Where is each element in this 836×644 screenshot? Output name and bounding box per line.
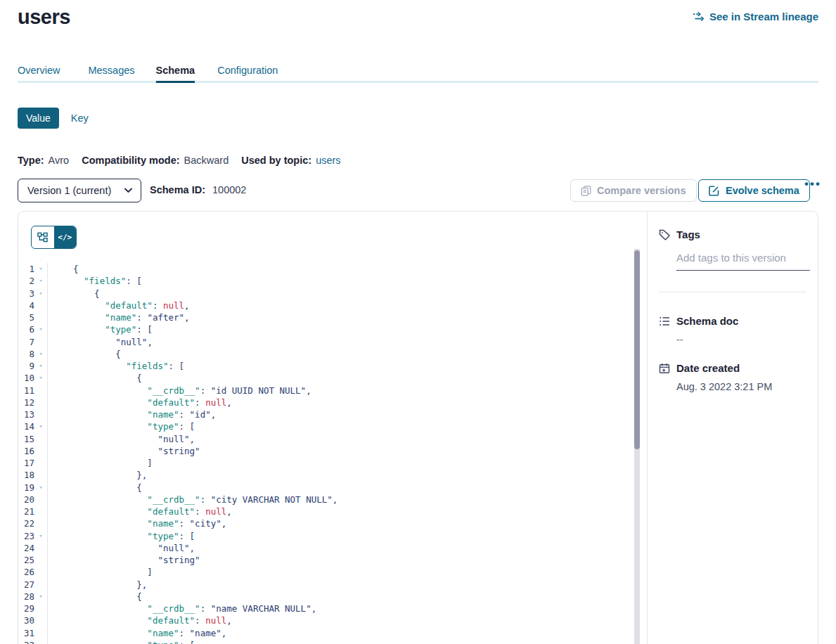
tree-view-button[interactable]	[32, 226, 54, 248]
more-options-button[interactable]: •••	[804, 177, 821, 191]
code-line: 16 "string"	[18, 445, 634, 457]
value-toggle-button[interactable]: Value	[18, 108, 59, 129]
line-number: 25	[18, 554, 34, 566]
fold-spacer	[34, 311, 47, 323]
code-view-button[interactable]: </>	[54, 226, 77, 248]
code-line-content: {	[48, 263, 79, 275]
schema-doc-title: Schema doc	[676, 315, 738, 327]
tab-label: Schema	[156, 65, 195, 76]
fold-toggle-icon[interactable]: ▾	[34, 263, 47, 275]
stream-lineage-link[interactable]: See in Stream lineage	[693, 11, 818, 22]
fold-toggle-icon[interactable]: ▾	[34, 275, 47, 287]
view-toggle: </>	[31, 226, 77, 249]
code-line: 29 "__crdb__": "name VARCHAR NULL",	[18, 603, 634, 614]
fold-toggle-icon[interactable]: ▾	[34, 639, 47, 644]
line-number: 10	[18, 372, 34, 384]
code-line: 18 },	[18, 469, 634, 481]
code-line-content: "type": [	[48, 323, 153, 335]
line-number: 6	[18, 323, 34, 335]
tag-icon	[659, 229, 670, 240]
schema-id-value: 100002	[212, 184, 246, 195]
code-line-content: {	[48, 372, 142, 384]
tab-label: Configuration	[217, 65, 278, 76]
code-line-content: "name": "city",	[48, 517, 226, 529]
compare-versions-label: Compare versions	[597, 185, 686, 196]
tab-schema[interactable]: Schema	[156, 65, 195, 83]
line-number: 20	[18, 494, 34, 505]
date-created-value: Aug. 3 2022 3:21 PM	[676, 381, 806, 392]
fold-toggle-icon[interactable]: ▾	[34, 530, 47, 542]
line-number: 1	[18, 263, 34, 275]
editor-scrollbar[interactable]	[634, 249, 640, 644]
code-line: 25 "string"	[18, 554, 634, 566]
fold-toggle-icon[interactable]: ▾	[34, 288, 47, 300]
used-by-topic-label: Used by topic:	[241, 155, 311, 166]
code-line-content: "type": [	[48, 530, 195, 542]
line-number: 23	[18, 530, 34, 542]
code-line-content: "default": null,	[48, 614, 232, 626]
code-editor[interactable]: 1▾{2▾ "fields": [3▾ {4 "default": null,5…	[18, 263, 634, 644]
tabs-underline-track	[18, 81, 818, 83]
code-line: 17 ]	[18, 457, 634, 469]
fold-spacer	[34, 566, 47, 578]
line-number: 17	[18, 457, 34, 469]
fold-toggle-icon[interactable]: ▾	[34, 323, 47, 335]
line-number: 21	[18, 505, 34, 517]
code-line: 28▾ {	[18, 591, 634, 603]
code-line: 23▾ "type": [	[18, 530, 634, 542]
date-created-title: Date created	[676, 362, 740, 374]
version-select[interactable]: Version 1 (current)	[18, 179, 141, 202]
fold-toggle-icon[interactable]: ▾	[34, 372, 47, 384]
code-line-content: "name": "name",	[48, 627, 226, 639]
fold-spacer	[34, 300, 47, 311]
key-toggle-button[interactable]: Key	[71, 112, 89, 124]
fold-toggle-icon[interactable]: ▾	[34, 348, 47, 360]
line-number: 31	[18, 627, 34, 639]
topic-link[interactable]: users	[316, 155, 340, 166]
fold-spacer	[34, 408, 47, 420]
line-number: 13	[18, 408, 34, 420]
compare-versions-button[interactable]: Compare versions	[570, 179, 697, 202]
code-line-content: ]	[48, 457, 153, 469]
schema-meta-row: Type: Avro Compatibility mode: Backward …	[18, 155, 341, 166]
code-line: 9▾ "fields": [	[18, 360, 634, 372]
code-line-content: "type": [	[48, 420, 195, 432]
sidebar-divider	[659, 292, 806, 292]
fold-toggle-icon[interactable]: ▾	[34, 482, 47, 494]
line-number: 18	[18, 469, 34, 481]
editor-scrollbar-thumb[interactable]	[634, 250, 640, 449]
code-line-content: "name": "id",	[48, 408, 216, 420]
line-number: 2	[18, 275, 34, 287]
code-line: 19▾ {	[18, 482, 634, 494]
line-number: 32	[18, 639, 34, 644]
code-line-content: "null",	[48, 542, 195, 554]
code-line-content: "null",	[48, 336, 153, 348]
fold-spacer	[34, 397, 47, 408]
fold-toggle-icon[interactable]: ▾	[34, 591, 47, 603]
code-line: 12 "default": null,	[18, 397, 634, 408]
code-line: 13 "name": "id",	[18, 408, 634, 420]
active-tab-underline	[156, 81, 195, 83]
tags-input[interactable]	[676, 252, 810, 271]
fold-spacer	[34, 505, 47, 517]
code-line-content: {	[48, 288, 100, 300]
calendar-plus-icon	[659, 363, 670, 374]
fold-spacer	[34, 517, 47, 529]
code-line-content: "null",	[48, 433, 195, 445]
evolve-schema-button[interactable]: Evolve schema	[698, 179, 810, 202]
code-line-content: {	[48, 591, 142, 603]
fold-toggle-icon[interactable]: ▾	[34, 420, 47, 432]
code-line: 1▾{	[18, 263, 634, 275]
line-number: 11	[18, 385, 34, 397]
code-line-content: "string"	[48, 554, 200, 566]
line-number: 12	[18, 397, 34, 408]
fold-spacer	[34, 433, 47, 445]
code-line: 7 "null",	[18, 336, 634, 348]
code-line-content: "type": [	[48, 639, 195, 644]
compatibility-label: Compatibility mode:	[82, 155, 179, 166]
stream-lineage-icon	[693, 11, 705, 22]
code-line-content: "name": "after",	[48, 311, 190, 323]
code-line-content: "__crdb__": "id UUID NOT NULL",	[48, 385, 311, 397]
tags-title: Tags	[676, 228, 700, 240]
fold-toggle-icon[interactable]: ▾	[34, 360, 47, 372]
